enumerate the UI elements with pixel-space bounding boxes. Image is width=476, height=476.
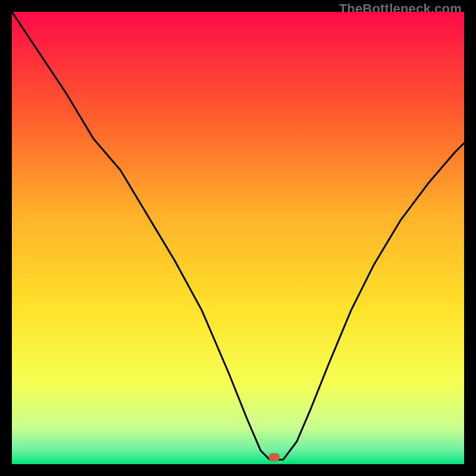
chart-frame — [12, 12, 464, 464]
chart-svg — [12, 12, 464, 464]
min-marker — [269, 453, 280, 462]
